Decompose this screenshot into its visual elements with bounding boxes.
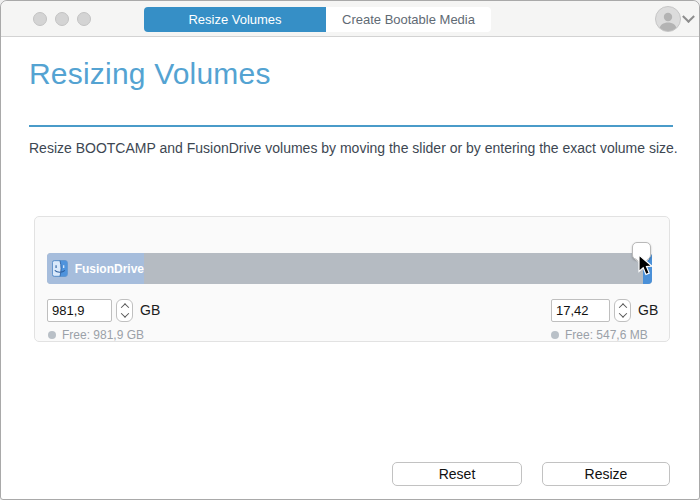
left-volume-size-input[interactable] — [47, 299, 112, 322]
right-volume-free-label: Free: 547,6 MB — [565, 328, 648, 342]
page-title: Resizing Volumes — [29, 57, 271, 91]
close-window-button[interactable] — [33, 12, 47, 26]
volume-size-slider[interactable]: FusionDrive — [47, 253, 652, 284]
page-description: Resize BOOTCAMP and FusionDrive volumes … — [29, 140, 679, 156]
minimize-window-button[interactable] — [55, 12, 69, 26]
fusiondrive-segment: FusionDrive — [47, 253, 144, 284]
right-volume-stepper[interactable] — [614, 299, 631, 322]
user-avatar-icon — [655, 6, 681, 32]
zoom-window-button[interactable] — [77, 12, 91, 26]
left-volume-size-group: GB — [47, 298, 160, 322]
app-window: Resize Volumes Create Bootable Media Res… — [0, 0, 700, 500]
right-volume-size-group: GB — [551, 298, 658, 322]
right-volume-free-row: Free: 547,6 MB — [551, 328, 648, 342]
tab-create-bootable-media[interactable]: Create Bootable Media — [326, 7, 491, 32]
stepper-down-icon — [120, 309, 128, 317]
resize-button[interactable]: Resize — [542, 462, 670, 486]
left-volume-unit-label: GB — [140, 302, 160, 318]
left-volume-free-label: Free: 981,9 GB — [62, 328, 144, 342]
divider — [29, 125, 673, 127]
stepper-down-icon — [618, 309, 626, 317]
left-volume-free-row: Free: 981,9 GB — [48, 328, 144, 342]
tab-resize-volumes[interactable]: Resize Volumes — [144, 7, 326, 32]
right-volume-size-input[interactable] — [551, 299, 610, 322]
left-volume-stepper[interactable] — [116, 299, 133, 322]
mode-tabs: Resize Volumes Create Bootable Media — [144, 7, 491, 32]
window-controls — [33, 12, 91, 26]
free-space-dot-icon — [551, 331, 559, 339]
slider-handle[interactable] — [632, 242, 651, 260]
chevron-down-icon — [682, 10, 695, 23]
finder-volume-icon — [52, 258, 68, 279]
reset-button[interactable]: Reset — [392, 462, 522, 486]
account-menu[interactable] — [655, 6, 693, 32]
right-volume-unit-label: GB — [638, 302, 658, 318]
volume-resize-panel: FusionDrive GB Free: 981,9 GB — [34, 216, 670, 342]
volume-label: FusionDrive — [75, 262, 144, 276]
free-space-dot-icon — [48, 331, 56, 339]
titlebar: Resize Volumes Create Bootable Media — [1, 1, 699, 37]
